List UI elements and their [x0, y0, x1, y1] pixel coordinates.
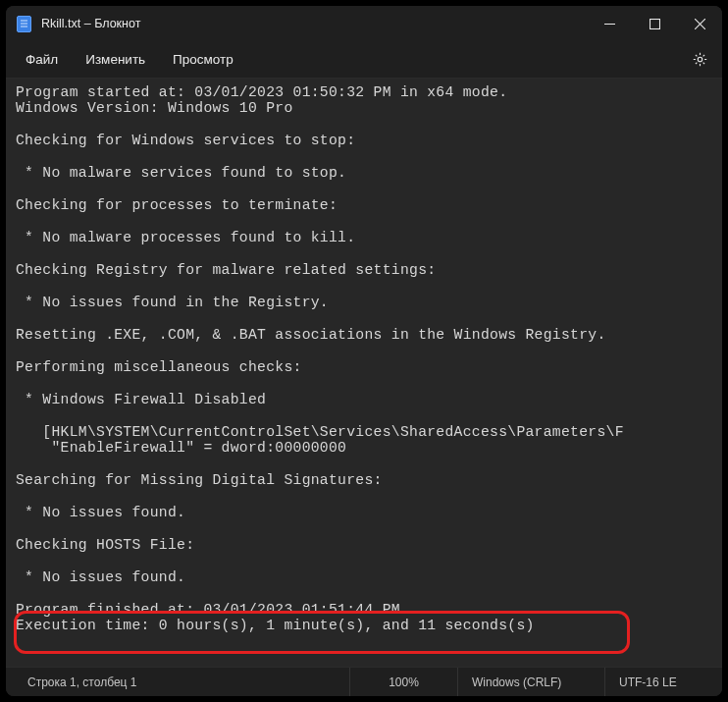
- menu-edit[interactable]: Изменить: [72, 46, 159, 73]
- window-title: Rkill.txt – Блокнот: [41, 17, 140, 30]
- maximize-button[interactable]: [632, 6, 677, 41]
- minimize-button[interactable]: [587, 6, 632, 41]
- status-encoding: UTF-16 LE: [604, 668, 722, 696]
- svg-rect-5: [650, 19, 659, 28]
- editor-area[interactable]: Program started at: 03/01/2023 01:50:32 …: [6, 79, 722, 667]
- status-zoom[interactable]: 100%: [349, 668, 457, 696]
- notepad-window: Rkill.txt – Блокнот Файл Изменить Просмо…: [6, 6, 722, 696]
- titlebar[interactable]: Rkill.txt – Блокнот: [6, 6, 722, 41]
- status-line-ending: Windows (CRLF): [457, 668, 604, 696]
- editor-text[interactable]: Program started at: 03/01/2023 01:50:32 …: [16, 84, 714, 633]
- settings-button[interactable]: [683, 45, 716, 75]
- statusbar: Строка 1, столбец 1 100% Windows (CRLF) …: [6, 667, 722, 696]
- status-cursor-position: Строка 1, столбец 1: [6, 668, 349, 696]
- svg-point-8: [698, 57, 702, 62]
- menu-file[interactable]: Файл: [12, 46, 72, 73]
- menu-view[interactable]: Просмотр: [159, 46, 247, 73]
- notepad-app-icon: [16, 16, 31, 31]
- menubar: Файл Изменить Просмотр: [6, 41, 722, 79]
- close-button[interactable]: [677, 6, 722, 41]
